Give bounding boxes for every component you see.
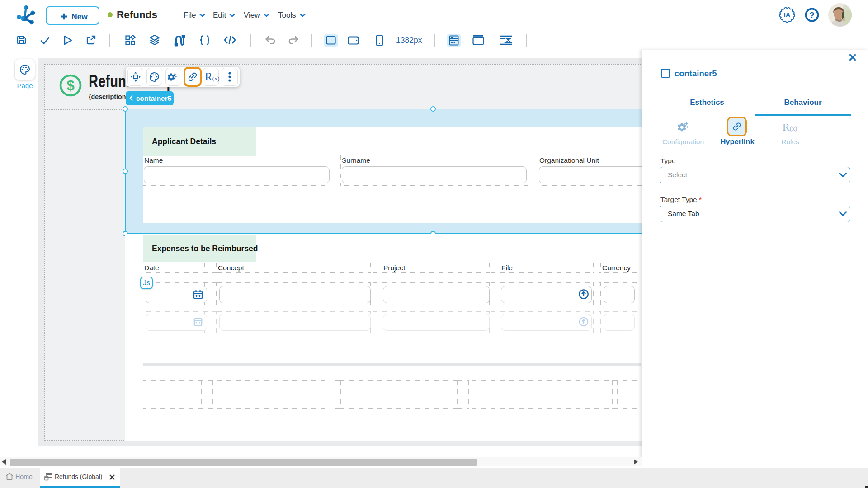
- svg-text:IA: IA: [784, 11, 791, 19]
- svg-text:$: $: [66, 78, 74, 94]
- svg-text:?: ?: [809, 10, 815, 20]
